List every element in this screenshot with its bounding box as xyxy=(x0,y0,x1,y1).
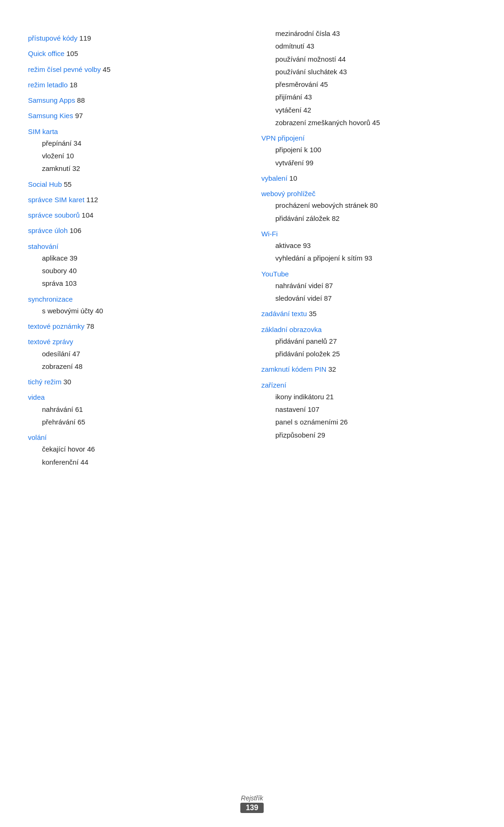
index-subentry: nahrávání videí 87 xyxy=(261,280,476,291)
entry-page: 87 xyxy=(322,294,332,302)
index-heading: videa xyxy=(28,392,243,403)
entry-page: 40 xyxy=(67,267,77,275)
entry-page: 104 xyxy=(80,211,93,219)
entry-page: 45 xyxy=(101,65,111,73)
entry-term: přijímání xyxy=(275,93,302,101)
index-heading: synchronizace xyxy=(28,294,243,304)
entry-term: sledování videí xyxy=(275,294,322,302)
entry-term: režim čísel pevné volby xyxy=(28,65,101,73)
entry-page: 32 xyxy=(326,365,336,373)
entry-term: přidávání položek xyxy=(275,350,330,358)
entry-term: správce souborů xyxy=(28,211,80,219)
entry-page: 10 xyxy=(64,152,74,160)
index-subentry: přizpůsobení 29 xyxy=(261,430,476,440)
index-subentry: přidávání záložek 82 xyxy=(261,213,476,224)
entry-term: správce úloh xyxy=(28,226,68,234)
index-heading: Quick office 105 xyxy=(28,48,243,59)
index-heading: Social Hub 55 xyxy=(28,179,243,190)
index-heading: zamknutí kódem PIN 32 xyxy=(261,364,476,375)
entry-page: 48 xyxy=(73,362,83,370)
entry-term: odesílání xyxy=(42,350,70,358)
index-subentry: přepínání 34 xyxy=(28,138,243,148)
entry-page: 88 xyxy=(75,96,85,104)
entry-page: 43 xyxy=(305,42,315,50)
entry-term: tichý režim xyxy=(28,378,62,386)
index-heading: přístupové kódy 119 xyxy=(28,33,243,43)
entry-term: vybalení xyxy=(261,174,287,182)
entry-page: 26 xyxy=(338,418,348,426)
index-subentry: používání sluchátek 43 xyxy=(261,66,476,77)
entry-term: zadávání textu xyxy=(261,310,307,318)
index-heading: SIM karta xyxy=(28,126,243,137)
page-footer: Rejstřík 139 xyxy=(0,794,504,813)
entry-term: Social Hub xyxy=(28,180,62,188)
entry-page: 34 xyxy=(71,139,81,147)
entry-page: 35 xyxy=(307,310,317,318)
index-heading: tichý režim 30 xyxy=(28,376,243,387)
entry-term: správa xyxy=(42,279,63,287)
entry-term: používání sluchátek xyxy=(275,68,337,76)
entry-page: 10 xyxy=(287,174,297,182)
entry-term: SIM karta xyxy=(28,127,58,135)
index-subentry: připojení k 100 xyxy=(261,144,476,155)
entry-page: 32 xyxy=(70,164,80,172)
index-subentry: používání možností 44 xyxy=(261,54,476,64)
index-subentry: přesměrování 45 xyxy=(261,79,476,90)
index-subentry: vložení 10 xyxy=(28,150,243,161)
entry-term: Samsung Kies xyxy=(28,112,73,120)
entry-term: vyhledání a připojení k sítím xyxy=(275,254,363,262)
entry-term: vytváření xyxy=(275,159,304,167)
entry-page: 119 xyxy=(77,34,91,42)
entry-page: 100 xyxy=(308,146,321,154)
entry-term: textové poznámky xyxy=(28,322,84,330)
entry-term: režim letadlo xyxy=(28,81,68,89)
index-subentry: vytváření 99 xyxy=(261,157,476,168)
entry-page: 105 xyxy=(64,49,78,57)
index-subentry: přidávání položek 25 xyxy=(261,348,476,359)
index-heading: základní obrazovka xyxy=(261,324,476,335)
right-column: mezinárodní čísla 43odmítnutí 43používán… xyxy=(257,28,476,469)
entry-page: 78 xyxy=(84,322,94,330)
entry-term: stahování xyxy=(28,242,58,250)
entry-term: textové zprávy xyxy=(28,338,73,346)
entry-term: správce SIM karet xyxy=(28,196,84,204)
entry-page: 112 xyxy=(84,196,98,204)
entry-page: 93 xyxy=(301,241,311,249)
entry-term: vytáčení xyxy=(275,106,301,114)
entry-term: přidávání panelů xyxy=(275,337,327,345)
entry-page: 45 xyxy=(318,80,328,88)
entry-page: 55 xyxy=(62,180,72,188)
index-heading: Samsung Kies 97 xyxy=(28,110,243,121)
entry-term: nastavení xyxy=(275,405,306,413)
entry-term: synchronizace xyxy=(28,295,73,303)
index-subentry: konferenční 44 xyxy=(28,457,243,467)
entry-page: 44 xyxy=(336,55,346,63)
index-subentry: aktivace 93 xyxy=(261,240,476,251)
index-heading: Wi-Fi xyxy=(261,228,476,239)
index-subentry: zamknutí 32 xyxy=(28,163,243,174)
index-subentry: sledování videí 87 xyxy=(261,293,476,304)
index-subentry: přijímání 43 xyxy=(261,92,476,102)
entry-term: aktivace xyxy=(275,241,301,249)
entry-page: 29 xyxy=(315,431,325,439)
entry-page: 97 xyxy=(73,112,83,120)
index-heading: Samsung Apps 88 xyxy=(28,95,243,106)
index-heading: textové poznámky 78 xyxy=(28,321,243,332)
index-heading: správce SIM karet 112 xyxy=(28,194,243,205)
index-heading: stahování xyxy=(28,241,243,252)
entry-page: 80 xyxy=(368,201,378,209)
entry-term: YouTube xyxy=(261,270,289,278)
entry-term: přidávání záložek xyxy=(275,214,330,222)
entry-page: 43 xyxy=(337,68,347,76)
entry-term: přesměrování xyxy=(275,80,318,88)
index-heading: režim letadlo 18 xyxy=(28,79,243,90)
entry-term: nahrávání xyxy=(42,405,73,413)
entry-term: soubory xyxy=(42,267,67,275)
entry-term: VPN připojení xyxy=(261,134,305,142)
entry-term: videa xyxy=(28,393,45,401)
entry-term: používání možností xyxy=(275,55,336,63)
entry-page: 18 xyxy=(68,81,77,89)
entry-term: zobrazení xyxy=(42,362,73,370)
entry-term: odmítnutí xyxy=(275,42,305,50)
left-column: přístupové kódy 119Quick office 105režim… xyxy=(28,28,257,469)
